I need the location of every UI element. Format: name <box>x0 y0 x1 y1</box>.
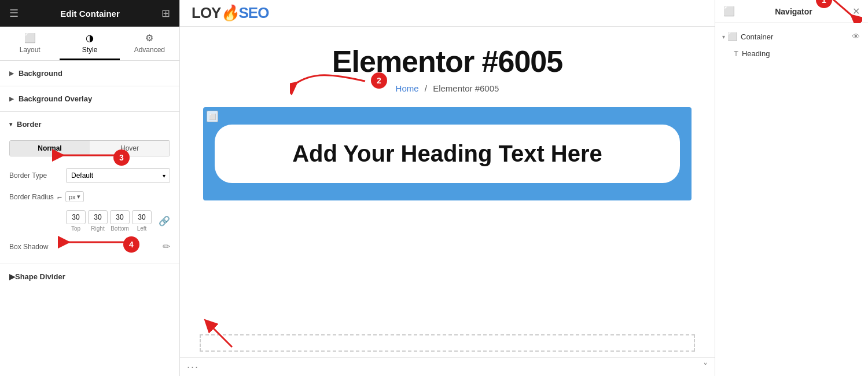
radius-bottom-wrap: Bottom <box>110 210 130 232</box>
background-arrow: ▶ <box>9 70 14 76</box>
radius-bottom-input[interactable] <box>110 210 130 224</box>
logo-loy: LOY <box>192 4 220 21</box>
main-canvas: LOY🔥SEO Elementor #6005 Home / Elementor… <box>180 0 715 376</box>
background-overlay-section[interactable]: ▶ Background Overlay <box>0 86 179 112</box>
blue-container[interactable]: ⬜ Add Your Heading Text Here <box>203 107 692 200</box>
svg-line-1 <box>209 324 232 347</box>
state-tab-hover[interactable]: Hover <box>90 141 170 156</box>
chevron-down-icon[interactable]: ˅ <box>703 362 708 373</box>
border-radius-label: Border Radius ⌐ <box>9 192 62 202</box>
breadcrumb-separator: / <box>425 83 427 93</box>
radius-top-input[interactable] <box>66 210 86 224</box>
container-label: Container <box>741 32 773 41</box>
layout-icon: ⬜ <box>24 32 36 43</box>
border-section-header[interactable]: ▾ Border <box>0 112 179 137</box>
tab-layout[interactable]: ⬜ Layout <box>0 27 60 60</box>
breadcrumb: Home / Elementor #6005 <box>203 83 692 93</box>
nav-expand-icon[interactable]: ⬜ <box>723 6 735 17</box>
quad-inputs-row: Top Right Bottom Left 🔗 <box>0 206 179 236</box>
border-type-row: Border Type Default None Solid Dashed Do… <box>0 163 179 188</box>
radius-right-input[interactable] <box>88 210 108 224</box>
radius-right-label: Right <box>91 225 104 232</box>
grid-icon[interactable]: ⊞ <box>161 7 170 20</box>
background-label: Background <box>19 69 62 78</box>
radius-left-label: Left <box>137 225 147 232</box>
bg-overlay-arrow: ▶ <box>9 96 14 102</box>
logo-icon: 🔥 <box>220 4 238 21</box>
border-radius-row: Border Radius ⌐ px ▾ <box>0 188 179 206</box>
nav-right-icons: ✕ <box>852 6 860 17</box>
border-type-label: Border Type <box>9 171 61 180</box>
logo-seo: SEO <box>238 4 269 21</box>
visibility-icon[interactable]: 👁 <box>852 32 860 41</box>
background-overlay-label: Background Overlay <box>19 94 92 103</box>
border-type-select-wrapper: Default None Solid Dashed Dotted Double <box>66 168 170 183</box>
canvas-bottom-bar: ··· ˅ <box>180 357 715 376</box>
border-section: ▾ Border Normal Hover Border Type Defaul… <box>0 112 179 264</box>
heading-white-box: Add Your Heading Text Here <box>215 125 680 183</box>
tab-layout-label: Layout <box>20 46 41 54</box>
container-corner-icon[interactable]: ⬜ <box>207 111 218 122</box>
edit-box-shadow-icon[interactable]: ✏ <box>163 241 170 252</box>
more-options-icon[interactable]: ··· <box>187 361 199 373</box>
quad-inputs: Top Right Bottom Left <box>66 210 152 232</box>
navigator-tree: ▾ ⬜ Container 👁 T Heading <box>715 23 868 67</box>
shape-divider-label: Shape Divider <box>15 272 65 281</box>
navigator-title: Navigator <box>775 7 812 16</box>
annotation-4: 4 <box>123 236 139 253</box>
panel-header: ☰ Edit Container ⊞ <box>0 0 179 27</box>
heading-type-icon: T <box>734 49 738 58</box>
advanced-icon: ⚙ <box>145 32 153 43</box>
annotation-2: 2 <box>371 72 387 89</box>
state-tab-normal[interactable]: Normal <box>10 141 90 156</box>
breadcrumb-home-link[interactable]: Home <box>396 83 419 93</box>
canvas-topbar: LOY🔥SEO <box>180 0 715 27</box>
tab-advanced[interactable]: ⚙ Advanced <box>120 27 179 60</box>
nav-left-icons: ⬜ <box>723 6 735 17</box>
radius-left-input[interactable] <box>132 210 152 224</box>
state-normal-label: Normal <box>38 144 61 152</box>
tab-advanced-label: Advanced <box>134 46 165 54</box>
navigator-panel: 1 ⬜ Navigator ✕ ▾ ⬜ Container 👁 T Hea <box>715 0 868 376</box>
heading-text: Add Your Heading Text Here <box>292 141 602 166</box>
navigator-header: ⬜ Navigator ✕ <box>715 0 868 23</box>
container-type-icon: ⬜ <box>727 32 737 41</box>
link-values-icon[interactable]: 🔗 <box>159 216 170 227</box>
background-section[interactable]: ▶ Background <box>0 61 179 86</box>
left-panel: ☰ Edit Container ⊞ ⬜ Layout ◑ Style ⚙ Ad… <box>0 0 180 376</box>
hamburger-icon[interactable]: ☰ <box>9 7 19 20</box>
logo: LOY🔥SEO <box>192 4 269 22</box>
radius-left-wrap: Left <box>132 210 152 232</box>
arrow-svg-bottom <box>203 318 238 353</box>
breadcrumb-current: Elementor #6005 <box>433 83 499 93</box>
radius-right-wrap: Right <box>88 210 108 232</box>
panel-tabs: ⬜ Layout ◑ Style ⚙ Advanced <box>0 27 179 61</box>
annotation-3: 3 <box>113 149 130 166</box>
border-label: Border <box>17 120 42 129</box>
state-tabs: Normal Hover <box>9 140 170 156</box>
radius-corner-icon: ⌐ <box>57 192 62 202</box>
style-icon: ◑ <box>86 32 94 43</box>
px-unit-selector[interactable]: px ▾ <box>65 191 84 202</box>
shape-divider-section[interactable]: ▶ Shape Divider <box>0 264 179 289</box>
tab-style[interactable]: ◑ Style <box>60 27 119 60</box>
box-shadow-label: Box Shadow <box>9 243 163 251</box>
tree-item-container[interactable]: ▾ ⬜ Container 👁 <box>715 28 868 45</box>
tab-style-label: Style <box>82 46 98 54</box>
radius-bottom-label: Bottom <box>111 225 129 232</box>
box-shadow-row: Box Shadow ✏ <box>0 236 179 257</box>
border-type-select[interactable]: Default None Solid Dashed Dotted Double <box>66 168 170 183</box>
radius-top-label: Top <box>71 225 80 232</box>
page-title: Elementor #6005 <box>203 44 692 79</box>
heading-label: Heading <box>742 49 770 58</box>
shape-divider-arrow: ▶ <box>9 272 15 281</box>
radius-top-wrap: Top <box>66 210 86 232</box>
logo-area: LOY🔥SEO <box>192 4 269 22</box>
panel-title: Edit Container <box>60 9 120 19</box>
tree-item-heading[interactable]: T Heading <box>715 45 868 62</box>
dashed-selection <box>200 334 695 352</box>
nav-close-icon[interactable]: ✕ <box>852 6 860 17</box>
canvas-content: Elementor #6005 Home / Elementor #6005 ⬜… <box>180 27 715 212</box>
border-type-control: Default None Solid Dashed Dotted Double <box>66 168 170 183</box>
expand-arrow-icon: ▾ <box>722 34 725 40</box>
